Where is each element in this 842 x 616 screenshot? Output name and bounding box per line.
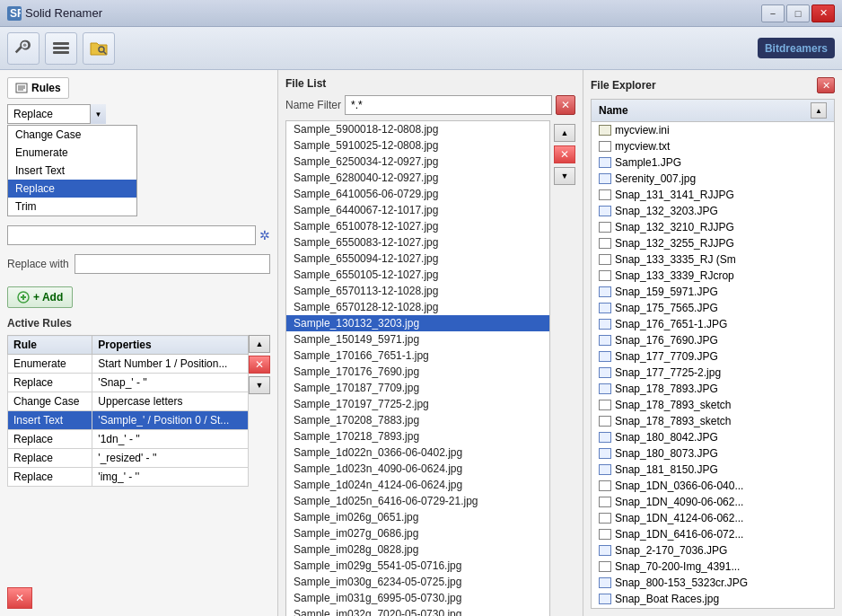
rules-table-row[interactable]: Replace'img_' - '' bbox=[8, 468, 249, 487]
file-list-item[interactable]: Sample_1d023n_4090-06-0624.jpg bbox=[286, 461, 549, 477]
file-list-item[interactable]: Sample_6410056-06-0729.jpg bbox=[286, 186, 549, 202]
rule-type-select[interactable]: Change Case Enumerate Insert Text Replac… bbox=[7, 104, 106, 124]
file-scroll-down-button[interactable]: ▼ bbox=[554, 167, 575, 185]
file-list-item[interactable]: Sample_170166_7651-1.jpg bbox=[286, 348, 549, 364]
explorer-item[interactable]: Snap_1DN_0366-06-040... bbox=[592, 478, 834, 494]
rules-move-up-button[interactable]: ▲ bbox=[249, 335, 270, 353]
dropdown-option-change-case[interactable]: Change Case bbox=[8, 126, 136, 144]
explorer-item[interactable]: Snap_1DN_6416-06-072... bbox=[592, 526, 834, 542]
file-list-item[interactable]: Sample_im030g_6234-05-0725.jpg bbox=[286, 574, 549, 590]
rules-move-down-button[interactable]: ▼ bbox=[249, 376, 270, 394]
file-list-item[interactable]: Sample_6250034-12-0927.jpg bbox=[286, 154, 549, 170]
explorer-item[interactable]: Snap_180_8073.JPG bbox=[592, 445, 834, 462]
explorer-item[interactable]: Snap_133_3339_RJcrop bbox=[592, 268, 834, 284]
maximize-button[interactable]: □ bbox=[786, 4, 810, 22]
file-list-item[interactable]: Sample_170218_7893.jpg bbox=[286, 428, 549, 444]
clear-filter-button[interactable]: ✕ bbox=[556, 95, 575, 115]
file-list-item[interactable]: Sample_150149_5971.jpg bbox=[286, 331, 549, 348]
explorer-item[interactable]: Snap_70-200-Img_4391... bbox=[592, 559, 834, 575]
explorer-item[interactable]: Snap_Boat Races.jpg bbox=[592, 591, 834, 607]
add-button[interactable]: + Add bbox=[7, 286, 73, 308]
minimize-button[interactable]: − bbox=[761, 4, 785, 22]
wrench-button[interactable] bbox=[7, 32, 39, 65]
rules-table-row[interactable]: EnumerateStart Number 1 / Position... bbox=[8, 355, 249, 374]
file-list-item[interactable]: Sample_im032g_7020-05-0730.jpg bbox=[286, 606, 549, 616]
name-filter-input[interactable] bbox=[345, 95, 552, 115]
rules-table-row[interactable]: Replace'1dn_' - '' bbox=[8, 430, 249, 449]
file-explorer-close-button[interactable]: ✕ bbox=[817, 77, 835, 93]
explorer-item[interactable]: Snap_178_7893_sketch bbox=[592, 397, 834, 413]
explorer-item[interactable]: Snap_178_7893.JPG bbox=[592, 381, 834, 397]
clear-rules-button[interactable]: ✕ bbox=[7, 587, 32, 609]
explorer-item[interactable]: mycview.ini bbox=[592, 122, 834, 138]
explorer-item[interactable]: Snap_176_7651-1.JPG bbox=[592, 316, 834, 332]
rules-table-row[interactable]: Replace'_resized' - '' bbox=[8, 449, 249, 468]
file-list-item[interactable]: Sample_170187_7709.jpg bbox=[286, 380, 549, 396]
file-list-item[interactable]: Sample_1d022n_0366-06-0402.jpg bbox=[286, 444, 549, 461]
dropdown-option-replace[interactable]: Replace bbox=[8, 180, 136, 198]
file-list-item[interactable]: Sample_6570113-12-1028.jpg bbox=[286, 283, 549, 299]
explorer-item[interactable]: mycview.txt bbox=[592, 138, 834, 154]
explorer-item[interactable]: Snap_175_7565.JPG bbox=[592, 300, 834, 316]
file-list-item[interactable]: Sample_im029g_5541-05-0716.jpg bbox=[286, 558, 549, 574]
file-remove-button[interactable]: ✕ bbox=[554, 145, 575, 163]
file-list-item[interactable]: Sample_170208_7883.jpg bbox=[286, 412, 549, 428]
explorer-item[interactable]: Snap_159_5971.JPG bbox=[592, 284, 834, 300]
explorer-item[interactable]: Snap_181_8150.JPG bbox=[592, 462, 834, 478]
explorer-item[interactable]: Snap_2-170_7036.JPG bbox=[592, 542, 834, 559]
file-list-container[interactable]: Sample_5900018-12-0808.jpgSample_5910025… bbox=[285, 120, 550, 616]
file-list-item[interactable]: Sample_170197_7725-2.jpg bbox=[286, 396, 549, 412]
explorer-item[interactable]: Snap_132_3255_RJJPG bbox=[592, 235, 834, 251]
explorer-item[interactable]: Serenity_007.jpg bbox=[592, 171, 834, 187]
explorer-item[interactable]: Sample1.JPG bbox=[592, 154, 834, 171]
file-list-item[interactable]: Sample_6570128-12-1028.jpg bbox=[286, 299, 549, 315]
file-list-item[interactable]: Sample_5910025-12-0808.jpg bbox=[286, 137, 549, 154]
explorer-item[interactable]: Snap_Copy-Of-1DN_090... bbox=[592, 607, 834, 608]
explorer-file-list[interactable]: mycview.inimycview.txtSample1.JPGSerenit… bbox=[592, 122, 834, 608]
file-scroll-up-button[interactable]: ▲ bbox=[554, 124, 575, 142]
explorer-item[interactable]: Snap_800-153_5323cr.JPG bbox=[592, 575, 834, 591]
explorer-scroll-up-button[interactable]: ▲ bbox=[811, 102, 827, 119]
explorer-item[interactable]: Snap_1DN_4090-06-062... bbox=[592, 494, 834, 510]
explorer-item[interactable]: Snap_1DN_4124-06-062... bbox=[592, 510, 834, 526]
star-button[interactable]: ✲ bbox=[259, 228, 270, 242]
explorer-item[interactable]: Snap_177_7725-2.jpg bbox=[592, 365, 834, 381]
explorer-item[interactable]: Snap_132_3203.JPG bbox=[592, 203, 834, 219]
dropdown-option-enumerate[interactable]: Enumerate bbox=[8, 144, 136, 162]
explorer-item[interactable]: Snap_133_3335_RJ (Sm bbox=[592, 251, 834, 268]
list-button[interactable] bbox=[45, 32, 77, 65]
explorer-item[interactable]: Snap_177_7709.JPG bbox=[592, 348, 834, 365]
file-list-item[interactable]: Sample_130132_3203.jpg bbox=[286, 315, 549, 331]
rules-delete-button[interactable]: ✕ bbox=[249, 356, 270, 374]
replace-with-input[interactable] bbox=[75, 254, 270, 274]
rules-table-row[interactable]: Replace'Snap_' - '' bbox=[8, 374, 249, 392]
explorer-item[interactable]: Snap_132_3210_RJJPG bbox=[592, 219, 834, 235]
explorer-list-container[interactable]: Name ▲ mycview.inimycview.txtSample1.JPG… bbox=[591, 99, 835, 609]
file-list-item[interactable]: Sample_1d025n_6416-06-0729-21.jpg bbox=[286, 493, 549, 509]
file-list-item[interactable]: Sample_1d024n_4124-06-0624.jpg bbox=[286, 477, 549, 493]
explorer-item[interactable]: Snap_176_7690.JPG bbox=[592, 332, 834, 348]
close-button[interactable]: ✕ bbox=[811, 4, 835, 22]
explorer-item[interactable]: Snap_131_3141_RJJPG bbox=[592, 187, 834, 203]
file-list-item[interactable]: Sample_6550083-12-1027.jpg bbox=[286, 234, 549, 251]
explorer-item[interactable]: Snap_178_7893_sketch bbox=[592, 413, 834, 429]
dropdown-option-trim[interactable]: Trim bbox=[8, 198, 136, 216]
rules-tab[interactable]: Rules bbox=[7, 77, 69, 99]
search-text-input[interactable] bbox=[7, 225, 256, 245]
explorer-item[interactable]: Snap_180_8042.JPG bbox=[592, 429, 834, 445]
file-list-item[interactable]: Sample_6280040-12-0927.jpg bbox=[286, 170, 549, 186]
dropdown-option-insert-text[interactable]: Insert Text bbox=[8, 162, 136, 180]
file-list-item[interactable]: Sample_170176_7690.jpg bbox=[286, 364, 549, 380]
folder-search-button[interactable] bbox=[83, 32, 115, 65]
file-list-item[interactable]: Sample_im028g_0828.jpg bbox=[286, 541, 549, 558]
file-list-item[interactable]: Sample_5900018-12-0808.jpg bbox=[286, 121, 549, 137]
file-list-item[interactable]: Sample_6440067-12-1017.jpg bbox=[286, 202, 549, 218]
file-list-item[interactable]: Sample_6550105-12-1027.jpg bbox=[286, 267, 549, 283]
rules-table-row[interactable]: Change CaseUppercase letters bbox=[8, 392, 249, 411]
file-list-item[interactable]: Sample_im031g_6995-05-0730.jpg bbox=[286, 590, 549, 606]
file-list-item[interactable]: Sample_im026g_0651.jpg bbox=[286, 509, 549, 525]
file-list-item[interactable]: Sample_6550094-12-1027.jpg bbox=[286, 251, 549, 267]
rules-table-row[interactable]: Insert Text'Sample_' / Position 0 / St..… bbox=[8, 411, 249, 430]
file-list-item[interactable]: Sample_im027g_0686.jpg bbox=[286, 525, 549, 541]
file-list-item[interactable]: Sample_6510078-12-1027.jpg bbox=[286, 218, 549, 234]
